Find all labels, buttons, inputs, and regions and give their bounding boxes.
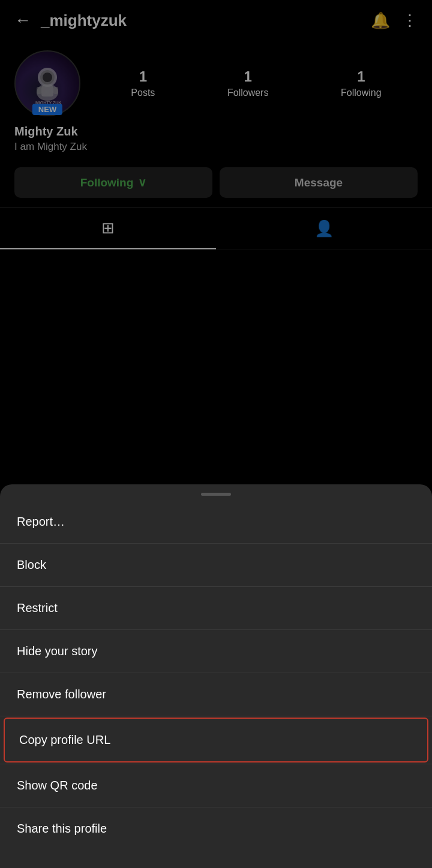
sheet-item-report[interactable]: Report… bbox=[0, 501, 432, 543]
sheet-item-copy-profile-url[interactable]: Copy profile URL bbox=[4, 718, 428, 762]
sheet-item-hide-story[interactable]: Hide your story bbox=[0, 630, 432, 673]
sheet-item-share-profile[interactable]: Share this profile bbox=[0, 807, 432, 850]
sheet-handle bbox=[201, 493, 231, 496]
sheet-item-restrict[interactable]: Restrict bbox=[0, 587, 432, 629]
sheet-item-block[interactable]: Block bbox=[0, 544, 432, 586]
sheet-item-remove-follower[interactable]: Remove follower bbox=[0, 673, 432, 716]
divider bbox=[0, 716, 432, 716]
sheet-item-show-qr[interactable]: Show QR code bbox=[0, 764, 432, 807]
sheet-handle-wrap bbox=[0, 484, 432, 501]
bottom-sheet: Report… Block Restrict Hide your story R… bbox=[0, 484, 432, 868]
